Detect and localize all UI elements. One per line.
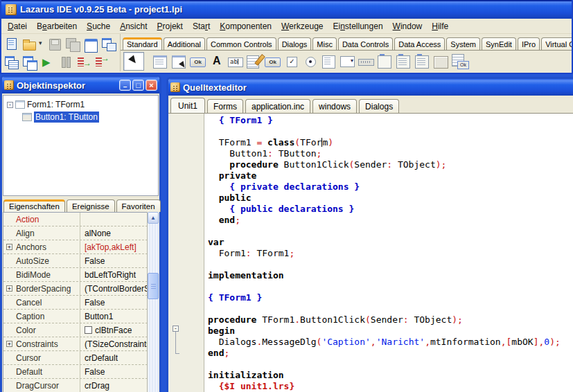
view-forms-icon[interactable]: [21, 54, 39, 71]
step-over-icon[interactable]: [93, 54, 111, 71]
menu-einstellungen[interactable]: Einstellungen: [328, 20, 387, 33]
property-grid-scrollbar[interactable]: [147, 212, 159, 392]
scroll-up-arrow-icon[interactable]: [148, 212, 159, 224]
expand-icon[interactable]: [6, 341, 12, 347]
popup-menu-tool-icon[interactable]: [170, 52, 188, 71]
list-box-tool-icon[interactable]: [319, 52, 338, 71]
new-unit-icon[interactable]: [3, 36, 21, 53]
open-menu-arrow-icon[interactable]: [39, 36, 46, 53]
tab-eigenschaften[interactable]: Eigenschaften: [3, 199, 65, 212]
radio-group-tool-icon[interactable]: [394, 52, 413, 71]
palette-tab-dialogs[interactable]: Dialogs: [278, 37, 312, 50]
property-row-action[interactable]: Action: [3, 213, 158, 226]
editor-body: { TForm1 } TForm1 = class(TForm) Button1…: [168, 113, 573, 392]
palette-tab-standard[interactable]: Standard: [123, 37, 162, 50]
code-line: initialization: [208, 370, 573, 381]
palette-tab-virtual-controls[interactable]: Virtual Controls: [541, 37, 572, 50]
menu-ansicht[interactable]: Ansicht: [115, 20, 152, 33]
palette-tab-system[interactable]: System: [446, 37, 480, 50]
memo-tool-icon[interactable]: [245, 52, 263, 71]
file-tab-unit1[interactable]: Unit1: [170, 98, 205, 113]
property-row-cancel[interactable]: CancelFalse: [3, 296, 158, 310]
component-palette: StandardAdditionalCommon ControlsDialogs…: [121, 34, 572, 71]
check-group-tool-icon[interactable]: [413, 52, 432, 71]
group-box-tool-icon[interactable]: [376, 52, 394, 71]
menu-suche[interactable]: Suche: [82, 20, 115, 33]
toolbar-zone: StandardAdditionalCommon ControlsDialogs…: [1, 34, 572, 71]
file-tab-windows[interactable]: windows: [312, 99, 357, 113]
lazarus-app-icon: [6, 4, 17, 15]
property-row-default[interactable]: DefaultFalse: [3, 365, 158, 379]
menu-werkzeuge[interactable]: Werkzeuge: [276, 20, 328, 33]
component-tree[interactable]: Form1: TForm1Button1: TButton: [3, 95, 159, 196]
toggle-form-unit-icon[interactable]: [100, 36, 118, 53]
edit-tool-icon[interactable]: [226, 52, 245, 71]
menu-hilfe[interactable]: Hilfe: [427, 20, 453, 33]
file-tab-dialogs[interactable]: Dialogs: [359, 99, 399, 113]
maximize-button[interactable]: [132, 80, 144, 91]
menu-komponenten[interactable]: Komponenten: [215, 20, 276, 33]
save-all-icon[interactable]: [64, 36, 82, 53]
menu-projekt[interactable]: Projekt: [152, 20, 188, 33]
run-icon[interactable]: [39, 54, 57, 71]
radio-button-tool-icon[interactable]: [301, 52, 319, 71]
property-row-dragcursor[interactable]: DragCursorcrDrag: [3, 379, 158, 392]
new-form-icon[interactable]: [82, 36, 100, 53]
property-row-borderspacing[interactable]: BorderSpacing(TControlBorderSp: [3, 282, 158, 296]
property-row-anchors[interactable]: Anchors[akTop,akLeft]: [3, 240, 158, 254]
property-row-constraints[interactable]: Constraints(TSizeConstraints): [3, 337, 158, 351]
code-fold-collapse-icon[interactable]: [173, 326, 179, 332]
toggle-box-tool-icon[interactable]: [263, 52, 282, 71]
label-tool-icon[interactable]: [207, 52, 226, 71]
action-list-tool-icon[interactable]: [450, 52, 469, 71]
button-tool-icon[interactable]: [188, 52, 207, 71]
palette-tab-common-controls[interactable]: Common Controls: [206, 37, 276, 50]
property-name: Color: [3, 323, 80, 337]
property-row-cursor[interactable]: CursorcrDefault: [3, 351, 158, 365]
save-icon[interactable]: [46, 36, 64, 53]
minimize-button[interactable]: [119, 80, 131, 91]
menu-window[interactable]: Window: [388, 20, 427, 33]
check-box-tool-icon[interactable]: [282, 52, 301, 71]
code-line: [208, 281, 573, 292]
open-icon[interactable]: [21, 36, 39, 53]
object-inspector-titlebar[interactable]: Objektinspektor: [2, 77, 159, 93]
scroll-bar-tool-icon[interactable]: [357, 52, 376, 71]
combo-box-tool-icon[interactable]: [338, 52, 357, 71]
tab-ereignisse[interactable]: Ereignisse: [67, 199, 115, 212]
expand-icon[interactable]: [6, 285, 12, 292]
main-menu-tool-icon[interactable]: [151, 52, 170, 71]
main-ide-window: Lazarus IDE v0.9.25 Beta - project1.lpi …: [0, 0, 573, 74]
main-titlebar[interactable]: Lazarus IDE v0.9.25 Beta - project1.lpi: [1, 0, 572, 19]
expand-icon[interactable]: [6, 244, 12, 250]
palette-tab-synedit[interactable]: SynEdit: [482, 37, 516, 50]
tree-item-form1[interactable]: Form1: TForm1: [3, 98, 158, 111]
pause-icon[interactable]: [57, 54, 75, 71]
cursor-tool-icon[interactable]: [123, 52, 144, 71]
palette-tab-ipro[interactable]: IPro: [518, 37, 540, 50]
property-row-bidimode[interactable]: BidiModebdLeftToRight: [3, 268, 158, 282]
scrollbar-thumb[interactable]: [148, 273, 159, 299]
tab-favoriten[interactable]: Favoriten: [116, 199, 161, 212]
menu-bearbeiten[interactable]: Bearbeiten: [32, 20, 82, 33]
property-row-color[interactable]: ColorclBtnFace: [3, 323, 158, 337]
step-into-icon[interactable]: [75, 54, 93, 71]
code-area[interactable]: { TForm1 } TForm1 = class(TForm) Button1…: [204, 114, 573, 392]
file-tab-application-inc[interactable]: application.inc: [245, 99, 310, 113]
menu-datei[interactable]: Datei: [3, 20, 32, 33]
source-editor-titlebar[interactable]: Quelltexteditor: [168, 79, 573, 96]
panel-tool-icon[interactable]: [432, 52, 450, 71]
property-row-align[interactable]: AlignalNone: [3, 226, 158, 240]
tree-expander-icon[interactable]: [7, 102, 13, 108]
view-units-icon[interactable]: [3, 54, 21, 71]
close-button[interactable]: [146, 80, 157, 91]
palette-tab-additional[interactable]: Additional: [164, 37, 205, 50]
menu-start[interactable]: Start: [188, 20, 215, 33]
palette-tab-misc[interactable]: Misc: [312, 37, 337, 50]
tree-item-button1[interactable]: Button1: TButton: [3, 111, 158, 123]
palette-tab-data-controls[interactable]: Data Controls: [338, 37, 393, 50]
palette-tab-data-access[interactable]: Data Access: [394, 37, 445, 50]
property-row-caption[interactable]: CaptionButton1: [3, 310, 158, 323]
file-tab-forms[interactable]: Forms: [207, 99, 243, 113]
property-row-autosize[interactable]: AutoSizeFalse: [3, 254, 158, 268]
